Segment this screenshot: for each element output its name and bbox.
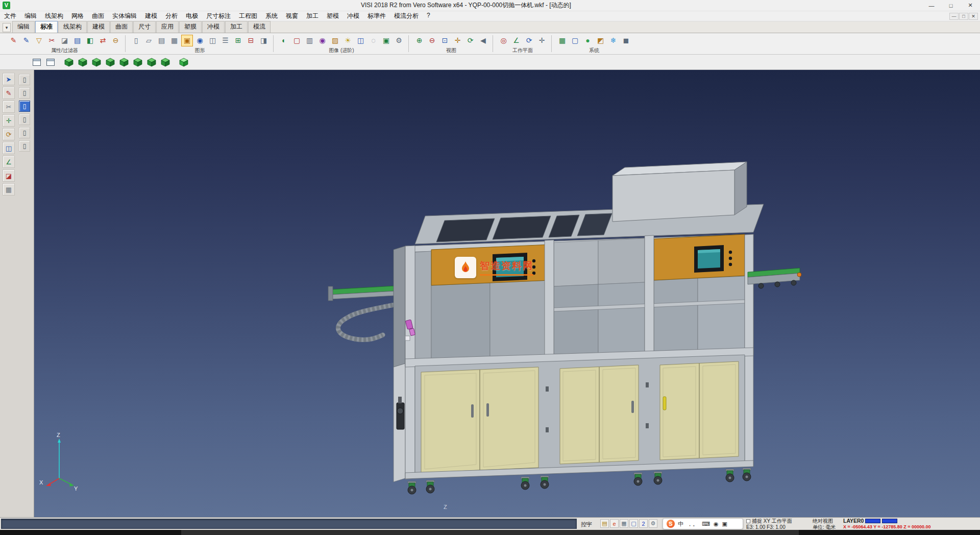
layers-icon[interactable]: ▤ — [71, 35, 83, 46]
workplane-xy-icon[interactable]: ◎ — [498, 35, 509, 46]
sidebar-doc-5-icon[interactable]: ▯ — [19, 127, 30, 138]
page-info-icon[interactable]: ◉ — [194, 35, 206, 46]
sidebar-mirror-icon[interactable]: ◫ — [3, 142, 15, 154]
workplane-align-icon[interactable]: ∠ — [510, 35, 522, 46]
page-remove-icon[interactable]: ⊟ — [245, 35, 257, 46]
menu-item-2[interactable]: 编辑 — [20, 12, 41, 20]
bottom-view-icon[interactable] — [145, 56, 158, 68]
tab-10[interactable]: 加工 — [225, 21, 248, 33]
tab-5[interactable]: 曲面 — [110, 21, 133, 33]
menu-item-14[interactable]: 加工 — [302, 12, 323, 20]
workplane-rotate-icon[interactable]: ⟳ — [523, 35, 535, 46]
page-settings-icon[interactable]: ◨ — [258, 35, 270, 46]
windows-taskbar[interactable] — [0, 530, 980, 535]
tab-2[interactable]: 标准 — [35, 21, 58, 33]
sidebar-doc-2-icon[interactable]: ▯ — [19, 87, 30, 99]
count-icon[interactable]: 2 — [639, 519, 648, 528]
ime-toolbox-icon[interactable]: ▣ — [722, 521, 727, 527]
sidebar-select-icon[interactable]: ➤ — [3, 73, 15, 85]
zoom-window-icon[interactable]: ⊡ — [439, 35, 451, 46]
snap-plane-checkbox[interactable] — [746, 519, 750, 523]
menu-item-13[interactable]: 视窗 — [282, 12, 302, 20]
hidden-line-icon[interactable]: ▥ — [304, 35, 315, 46]
tab-9[interactable]: 冲模 — [202, 21, 225, 33]
command-prompt-field[interactable] — [1, 519, 577, 529]
pick-color-icon[interactable]: ◧ — [84, 35, 96, 46]
viewport[interactable]: Z X Y Z 智造资料网 — [34, 70, 980, 517]
menu-item-16[interactable]: 冲模 — [343, 12, 363, 20]
ime-mic-icon[interactable]: ◉ — [714, 521, 719, 527]
filter-icon[interactable]: ▽ — [33, 35, 45, 46]
right-view-icon[interactable] — [104, 56, 116, 68]
top-view-icon[interactable] — [77, 56, 89, 68]
tab-6[interactable]: 尺寸 — [133, 21, 156, 33]
menu-item-12[interactable]: 系统 — [261, 12, 282, 20]
tab-3[interactable]: 线架构 — [58, 21, 87, 33]
menu-item-19[interactable]: ? — [423, 12, 434, 20]
texture-icon[interactable]: ▨ — [329, 35, 341, 46]
back-view-icon[interactable] — [132, 56, 144, 68]
zoom-in-icon[interactable]: ⊕ — [413, 35, 425, 46]
sidebar-rotate-icon[interactable]: ⟳ — [3, 128, 15, 140]
sidebar-grid-icon[interactable]: ▦ — [3, 183, 15, 196]
menu-item-4[interactable]: 网格 — [67, 12, 88, 20]
settings-icon[interactable]: ⚙ — [649, 519, 657, 528]
sidebar-doc-3-icon[interactable]: ▯ — [19, 101, 30, 112]
multi-view-icon[interactable] — [44, 56, 57, 68]
menu-item-6[interactable]: 实体编辑 — [108, 12, 141, 20]
menu-item-5[interactable]: 曲面 — [88, 12, 108, 20]
taskbar-apps-segment[interactable] — [181, 530, 799, 535]
previous-view-icon[interactable]: ◀ — [477, 35, 489, 46]
section-view-icon[interactable]: ◫ — [355, 35, 366, 46]
material-sphere-icon[interactable]: ● — [582, 35, 594, 46]
menu-item-11[interactable]: 工程图 — [235, 12, 261, 20]
tab-8[interactable]: 塑膜 — [179, 21, 202, 33]
pan-icon[interactable]: ✛ — [452, 35, 463, 46]
purge-icon[interactable]: ⊖ — [110, 35, 121, 46]
sidebar-doc-4-icon[interactable]: ▯ — [19, 114, 30, 125]
menu-item-7[interactable]: 建模 — [141, 12, 161, 20]
solid-box-icon[interactable]: ◼ — [620, 35, 632, 46]
lighting-icon[interactable]: ☀ — [342, 35, 354, 46]
workplane-origin-icon[interactable]: ✛ — [536, 35, 548, 46]
render-icon[interactable]: ◉ — [316, 35, 328, 46]
mdi-minimize-button[interactable]: — — [949, 13, 959, 20]
tab-1[interactable]: 编辑 — [12, 21, 35, 33]
menu-item-18[interactable]: 模流分析 — [390, 12, 423, 20]
color-grid-icon[interactable]: ▦ — [556, 35, 568, 46]
swap-icon[interactable]: ⇄ — [97, 35, 109, 46]
page-stack-icon[interactable]: ☰ — [219, 35, 231, 46]
display-icon[interactable]: ▢ — [629, 519, 638, 528]
tab-dropdown-icon[interactable]: ▾ — [3, 23, 11, 32]
menu-item-17[interactable]: 标準件 — [363, 12, 390, 20]
sidebar-trim-icon[interactable]: ✂ — [3, 101, 15, 113]
menu-item-1[interactable]: 文件 — [0, 12, 20, 20]
page-add-icon[interactable]: ⊞ — [232, 35, 244, 46]
zoom-out-icon[interactable]: ⊖ — [426, 35, 438, 46]
layer-label[interactable]: LAYER0 — [843, 518, 864, 524]
ime-logo-icon[interactable]: S — [667, 520, 675, 528]
open-drawing-icon[interactable]: ▱ — [143, 35, 155, 46]
mdi-close-button[interactable]: ✕ — [969, 13, 978, 20]
ime-lang-icon[interactable]: 中 — [678, 520, 683, 528]
cut-entities-icon[interactable]: ✂ — [46, 35, 58, 46]
close-button[interactable]: ✕ — [961, 0, 980, 11]
image-settings-icon[interactable]: ⚙ — [393, 35, 405, 46]
page-grid-icon[interactable]: ▦ — [168, 35, 180, 46]
mdi-restore-button[interactable]: □ — [959, 13, 968, 20]
capture-image-icon[interactable]: ▣ — [380, 35, 392, 46]
view-mode-label[interactable]: 绝对视图 — [813, 518, 844, 524]
edit-attributes-icon[interactable]: ✎ — [8, 35, 19, 46]
match-properties-icon[interactable]: ✎ — [20, 35, 32, 46]
sidebar-delete-icon[interactable]: ◪ — [3, 169, 15, 182]
page-copy-icon[interactable]: ◫ — [207, 35, 218, 46]
minimize-button[interactable]: — — [922, 0, 941, 11]
transparency-icon[interactable]: ◌ — [368, 35, 379, 46]
front-view-icon[interactable] — [90, 56, 103, 68]
active-page-icon[interactable]: ▣ — [181, 35, 193, 46]
iso-view-icon[interactable] — [63, 56, 75, 68]
wireframe-view-icon[interactable]: ▢ — [291, 35, 303, 46]
sidebar-move-icon[interactable]: ✛ — [3, 114, 15, 127]
menu-item-9[interactable]: 电极 — [182, 12, 202, 20]
notes-icon[interactable]: ▤ — [600, 519, 609, 528]
